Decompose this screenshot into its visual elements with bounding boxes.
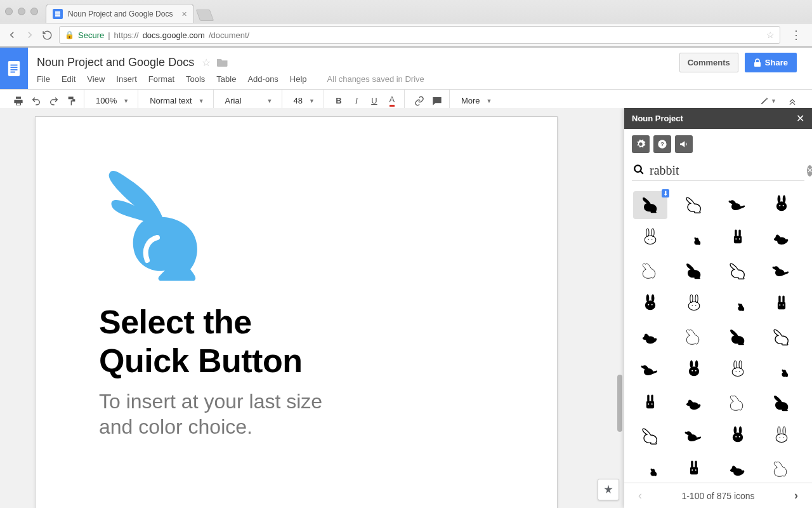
bold-button[interactable]: B [331, 93, 347, 109]
menu-view[interactable]: View [87, 74, 105, 84]
docs-logo[interactable] [0, 48, 28, 89]
move-folder-icon[interactable] [217, 57, 228, 69]
new-tab-button[interactable] [195, 10, 214, 21]
icon-result[interactable] [633, 422, 667, 450]
more-toolbar[interactable]: More▼ [456, 93, 497, 109]
icon-result[interactable] [721, 224, 755, 252]
zoom-selector[interactable]: 100%▼ [91, 93, 134, 109]
icon-result[interactable] [764, 290, 799, 318]
menu-help[interactable]: Help [290, 74, 307, 84]
undo-button[interactable] [28, 93, 44, 109]
icon-result[interactable] [721, 422, 755, 450]
svg-point-14 [783, 205, 784, 206]
icon-result[interactable] [764, 191, 799, 219]
share-button[interactable]: Share [745, 53, 797, 72]
icon-result[interactable] [721, 191, 755, 219]
link-button[interactable] [411, 93, 428, 109]
paint-format-button[interactable] [63, 93, 80, 109]
svg-point-64 [783, 437, 783, 438]
icon-result[interactable] [764, 323, 799, 351]
document-heading[interactable]: Select the Quick Button [99, 303, 494, 381]
icon-result[interactable] [677, 290, 711, 318]
menu-file[interactable]: File [37, 74, 50, 84]
svg-rect-5 [754, 62, 761, 67]
icon-result[interactable]: ⬇ [633, 191, 667, 219]
icon-result[interactable] [721, 290, 755, 318]
icon-result[interactable] [677, 356, 711, 384]
prev-page-button[interactable]: ‹ [631, 486, 650, 505]
font-size-selector[interactable]: 48▼ [289, 93, 320, 109]
icon-result[interactable] [633, 224, 667, 252]
underline-button[interactable]: U [366, 93, 383, 109]
maximize-window-button[interactable] [30, 8, 38, 15]
font-selector[interactable]: Arial▼ [220, 93, 278, 109]
icon-result[interactable] [764, 455, 799, 483]
announce-button[interactable] [675, 135, 693, 153]
search-input[interactable] [650, 163, 802, 178]
collapse-toolbar-button[interactable] [784, 93, 801, 109]
icon-result[interactable] [721, 455, 755, 483]
svg-point-6 [164, 203, 174, 213]
explore-button[interactable] [598, 479, 619, 500]
reload-button[interactable] [42, 30, 53, 41]
icon-result[interactable] [721, 257, 755, 285]
icon-result[interactable] [633, 290, 667, 318]
browser-tab[interactable]: Noun Project and Google Docs × [46, 4, 194, 23]
quick-insert-badge[interactable]: ⬇ [662, 189, 669, 197]
scrollbar-thumb[interactable] [617, 375, 622, 432]
icon-result[interactable] [677, 422, 711, 450]
text-color-button[interactable]: A [384, 93, 400, 109]
icon-result[interactable] [764, 224, 799, 252]
minimize-window-button[interactable] [18, 8, 25, 15]
icon-result[interactable] [677, 224, 711, 252]
next-page-button[interactable]: › [787, 486, 806, 505]
bookmark-star-icon[interactable]: ☆ [766, 30, 775, 40]
comment-button[interactable] [429, 93, 445, 109]
address-bar[interactable]: 🔒 Secure | https://docs.google.com/docum… [59, 26, 780, 44]
menu-edit[interactable]: Edit [62, 74, 75, 84]
icon-result[interactable] [721, 356, 755, 384]
rabbit-image[interactable] [99, 161, 226, 288]
icon-result[interactable] [633, 455, 667, 483]
back-button[interactable] [6, 29, 18, 41]
italic-button[interactable]: I [348, 93, 365, 109]
icon-result[interactable] [677, 455, 711, 483]
icon-result[interactable] [677, 323, 711, 351]
docs-logo-icon [7, 60, 21, 77]
icon-result[interactable] [721, 389, 755, 417]
icon-result[interactable] [633, 323, 667, 351]
icon-result[interactable] [677, 191, 711, 219]
sidebar-close-button[interactable]: ✕ [796, 112, 804, 124]
document-subtext[interactable]: To insert at your last size and color ch… [99, 389, 494, 439]
settings-button[interactable] [632, 135, 650, 153]
icon-result[interactable] [721, 323, 755, 351]
style-selector[interactable]: Normal text▼ [145, 93, 209, 109]
help-button[interactable]: ? [653, 135, 671, 153]
icon-result[interactable] [764, 422, 799, 450]
icon-result[interactable] [764, 389, 799, 417]
menu-table[interactable]: Table [216, 74, 236, 84]
comments-button[interactable]: Comments [679, 53, 738, 72]
menu-tools[interactable]: Tools [186, 74, 205, 84]
tab-close-icon[interactable]: × [181, 9, 187, 19]
print-button[interactable] [10, 93, 27, 109]
menu-insert[interactable]: Insert [116, 74, 137, 84]
icon-result[interactable] [764, 257, 799, 285]
icon-result[interactable] [633, 257, 667, 285]
icon-result[interactable] [677, 257, 711, 285]
icon-result[interactable] [633, 356, 667, 384]
editing-mode-button[interactable]: ▼ [760, 93, 776, 109]
browser-menu-button[interactable]: ⋮ [787, 28, 806, 42]
redo-button[interactable] [46, 93, 62, 109]
icon-result[interactable] [633, 389, 667, 417]
clear-search-button[interactable]: ✕ [807, 165, 812, 177]
menu-format[interactable]: Format [148, 74, 174, 84]
menu-addons[interactable]: Add-ons [247, 74, 278, 84]
close-window-button[interactable] [5, 8, 13, 15]
icon-result[interactable] [764, 356, 799, 384]
star-document-icon[interactable]: ☆ [202, 57, 211, 69]
document-page[interactable]: Select the Quick Button To insert at you… [35, 116, 558, 508]
document-title[interactable]: Noun Project and Google Docs [37, 56, 194, 69]
icon-result[interactable] [677, 389, 711, 417]
forward-button[interactable] [24, 29, 36, 41]
